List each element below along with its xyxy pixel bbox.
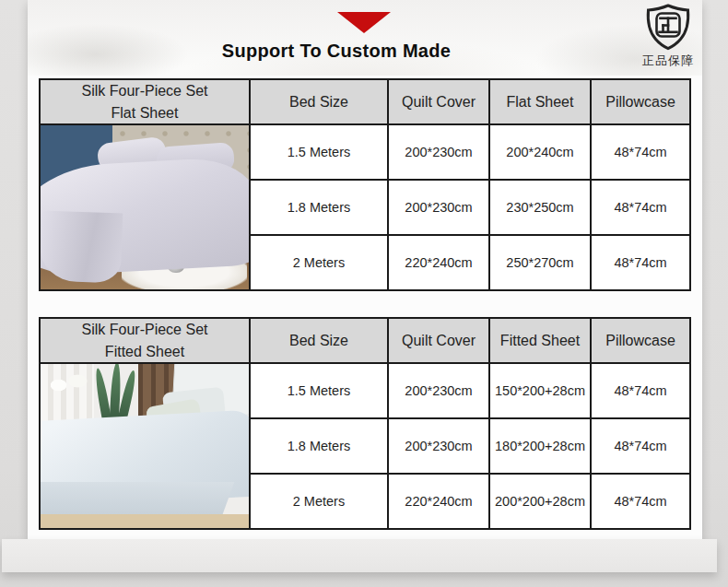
pillowcase-cell: 48*74cm <box>591 180 690 235</box>
pillowcase-cell: 48*74cm <box>591 235 690 290</box>
fitted-sheet-spec-table: Silk Four-Piece Set Fitted Sheet Bed Siz… <box>39 317 691 530</box>
table-row: 1.5 Meters 200*230cm 200*240cm 48*74cm <box>40 124 690 180</box>
col-header-pillowcase: Pillowcase <box>591 318 690 363</box>
card-bottom-shadow <box>2 539 717 572</box>
page-title: Support To Custom Made <box>0 41 673 62</box>
fitted-sheet-cell: 150*200+28cm <box>489 363 591 418</box>
bed-size-cell: 1.5 Meters <box>250 363 388 418</box>
pillowcase-cell: 48*74cm <box>591 474 690 529</box>
table-title-fitted-sheet: Silk Four-Piece Set Fitted Sheet <box>40 318 250 363</box>
table-header-row: Silk Four-Piece Set Flat Sheet Bed Size … <box>40 79 690 124</box>
col-header-pillowcase: Pillowcase <box>591 79 690 124</box>
table-title-line1: Silk Four-Piece Set <box>41 319 249 340</box>
quilt-cover-cell: 200*230cm <box>388 124 489 180</box>
bed-size-cell: 1.5 Meters <box>250 124 388 180</box>
table-header-row: Silk Four-Piece Set Fitted Sheet Bed Siz… <box>40 318 690 363</box>
table-title-flat-sheet: Silk Four-Piece Set Flat Sheet <box>40 79 250 124</box>
genuine-badge-shield-icon <box>644 4 692 52</box>
table-title-line2: Fitted Sheet <box>41 341 249 362</box>
white-flowers-shape <box>44 371 92 399</box>
col-header-fitted-sheet: Fitted Sheet <box>489 318 591 363</box>
table-title-line2: Flat Sheet <box>41 102 249 123</box>
flat-sheet-cell: 250*270cm <box>489 235 591 290</box>
bed-size-cell: 1.8 Meters <box>250 418 388 474</box>
flat-sheet-cell: 230*250cm <box>489 180 591 235</box>
flat-sheet-spec-table: Silk Four-Piece Set Flat Sheet Bed Size … <box>39 78 691 291</box>
col-header-quilt-cover: Quilt Cover <box>388 79 489 124</box>
quilt-cover-cell: 200*230cm <box>388 363 489 418</box>
down-triangle-icon <box>337 12 391 33</box>
quilt-cover-cell: 200*230cm <box>388 418 489 474</box>
bed-size-cell: 2 Meters <box>250 474 388 529</box>
col-header-flat-sheet: Flat Sheet <box>489 79 591 124</box>
fitted-sheet-cell: 180*200+28cm <box>489 418 591 474</box>
quilt-cover-cell: 220*240cm <box>388 474 489 529</box>
sheet-drape-shape <box>41 210 123 283</box>
flat-sheet-bed-image <box>40 124 250 290</box>
bed-size-cell: 2 Meters <box>250 235 388 290</box>
col-header-quilt-cover: Quilt Cover <box>388 318 489 363</box>
fitted-sheet-bed-image <box>40 363 250 529</box>
flat-sheet-cell: 200*240cm <box>489 124 591 180</box>
genuine-badge: 正 正品保障 <box>640 4 697 69</box>
quilt-cover-cell: 200*230cm <box>388 180 489 235</box>
col-header-bed-size: Bed Size <box>250 79 388 124</box>
genuine-badge-label: 正品保障 <box>640 53 697 69</box>
table-row: 1.5 Meters 200*230cm 150*200+28cm 48*74c… <box>40 363 690 418</box>
col-header-bed-size: Bed Size <box>250 318 388 363</box>
quilt-cover-cell: 220*240cm <box>388 235 489 290</box>
pillowcase-cell: 48*74cm <box>591 124 690 180</box>
floor-shape <box>41 514 249 528</box>
pillowcase-cell: 48*74cm <box>591 418 690 474</box>
bed-size-cell: 1.8 Meters <box>250 180 388 235</box>
pillowcase-cell: 48*74cm <box>591 363 690 418</box>
fitted-sheet-cell: 200*200+28cm <box>489 474 591 529</box>
product-size-chart-page: Support To Custom Made 正 正品保障 Silk Four-… <box>0 0 728 587</box>
table-title-line1: Silk Four-Piece Set <box>41 80 249 101</box>
